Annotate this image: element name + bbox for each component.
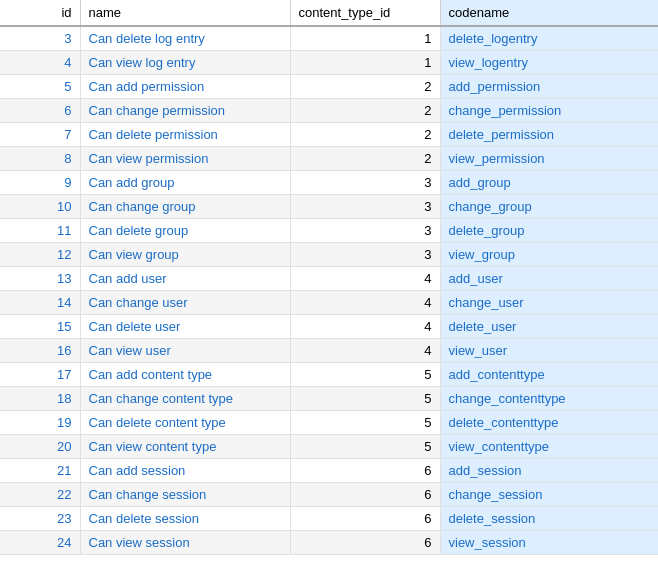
cell-content-type-id: 2	[290, 123, 440, 147]
table-row: 15Can delete user4delete_user	[0, 315, 658, 339]
table-row: 16Can view user4view_user	[0, 339, 658, 363]
cell-content-type-id: 6	[290, 507, 440, 531]
cell-codename: change_contenttype	[440, 387, 658, 411]
cell-content-type-id: 4	[290, 291, 440, 315]
cell-content-type-id: 5	[290, 435, 440, 459]
cell-name: Can view content type	[80, 435, 290, 459]
cell-id: 9	[0, 171, 80, 195]
cell-id: 21	[0, 459, 80, 483]
cell-id: 18	[0, 387, 80, 411]
cell-codename: delete_contenttype	[440, 411, 658, 435]
cell-codename: view_contenttype	[440, 435, 658, 459]
cell-codename: view_session	[440, 531, 658, 555]
cell-name: Can view permission	[80, 147, 290, 171]
cell-id: 5	[0, 75, 80, 99]
cell-codename: add_group	[440, 171, 658, 195]
cell-id: 22	[0, 483, 80, 507]
cell-name: Can add content type	[80, 363, 290, 387]
cell-content-type-id: 1	[290, 26, 440, 51]
header-name[interactable]: name	[80, 0, 290, 26]
cell-codename: delete_session	[440, 507, 658, 531]
cell-codename: add_contenttype	[440, 363, 658, 387]
table-row: 5Can add permission2add_permission	[0, 75, 658, 99]
table-header-row: id name content_type_id codename	[0, 0, 658, 26]
cell-name: Can change group	[80, 195, 290, 219]
cell-codename: change_user	[440, 291, 658, 315]
cell-codename: add_permission	[440, 75, 658, 99]
cell-content-type-id: 5	[290, 363, 440, 387]
cell-id: 20	[0, 435, 80, 459]
cell-content-type-id: 5	[290, 387, 440, 411]
cell-id: 16	[0, 339, 80, 363]
header-content-type-id[interactable]: content_type_id	[290, 0, 440, 26]
cell-codename: delete_group	[440, 219, 658, 243]
cell-codename: add_user	[440, 267, 658, 291]
cell-codename: view_user	[440, 339, 658, 363]
table-row: 19Can delete content type5delete_content…	[0, 411, 658, 435]
cell-name: Can change user	[80, 291, 290, 315]
table-row: 6Can change permission2change_permission	[0, 99, 658, 123]
table-row: 14Can change user4change_user	[0, 291, 658, 315]
cell-id: 6	[0, 99, 80, 123]
cell-name: Can change session	[80, 483, 290, 507]
header-id[interactable]: id	[0, 0, 80, 26]
cell-content-type-id: 2	[290, 147, 440, 171]
table-row: 9Can add group3add_group	[0, 171, 658, 195]
cell-id: 7	[0, 123, 80, 147]
cell-name: Can delete content type	[80, 411, 290, 435]
cell-codename: view_logentry	[440, 51, 658, 75]
cell-name: Can delete session	[80, 507, 290, 531]
cell-codename: delete_permission	[440, 123, 658, 147]
cell-codename: change_permission	[440, 99, 658, 123]
cell-content-type-id: 4	[290, 339, 440, 363]
cell-content-type-id: 3	[290, 219, 440, 243]
table-row: 7Can delete permission2delete_permission	[0, 123, 658, 147]
cell-content-type-id: 1	[290, 51, 440, 75]
cell-id: 23	[0, 507, 80, 531]
cell-id: 10	[0, 195, 80, 219]
table-row: 24Can view session6view_session	[0, 531, 658, 555]
table-row: 17Can add content type5add_contenttype	[0, 363, 658, 387]
table-row: 21Can add session6add_session	[0, 459, 658, 483]
cell-id: 4	[0, 51, 80, 75]
table-body: 3Can delete log entry1delete_logentry4Ca…	[0, 26, 658, 555]
cell-id: 8	[0, 147, 80, 171]
cell-id: 17	[0, 363, 80, 387]
cell-codename: delete_user	[440, 315, 658, 339]
table-row: 20Can view content type5view_contenttype	[0, 435, 658, 459]
cell-codename: change_session	[440, 483, 658, 507]
table-row: 8Can view permission2view_permission	[0, 147, 658, 171]
cell-name: Can delete log entry	[80, 26, 290, 51]
cell-codename: change_group	[440, 195, 658, 219]
cell-content-type-id: 6	[290, 531, 440, 555]
table-row: 10Can change group3change_group	[0, 195, 658, 219]
cell-content-type-id: 3	[290, 171, 440, 195]
table-row: 12Can view group3view_group	[0, 243, 658, 267]
header-codename[interactable]: codename	[440, 0, 658, 26]
cell-content-type-id: 3	[290, 243, 440, 267]
table-row: 18Can change content type​5change_conten…	[0, 387, 658, 411]
cell-name: Can view log entry	[80, 51, 290, 75]
table-row: 3Can delete log entry1delete_logentry	[0, 26, 658, 51]
cell-id: 3	[0, 26, 80, 51]
cell-name: Can change content type​	[80, 387, 290, 411]
cell-name: Can view session	[80, 531, 290, 555]
table-row: 22Can change session6change_session	[0, 483, 658, 507]
cell-id: 24	[0, 531, 80, 555]
cell-name: Can add permission	[80, 75, 290, 99]
cell-content-type-id: 4	[290, 267, 440, 291]
cell-content-type-id: 2	[290, 99, 440, 123]
cell-id: 13	[0, 267, 80, 291]
cell-content-type-id: 4	[290, 315, 440, 339]
cell-codename: add_session	[440, 459, 658, 483]
table-row: 13Can add user4add_user	[0, 267, 658, 291]
cell-content-type-id: 3	[290, 195, 440, 219]
cell-name: Can delete permission	[80, 123, 290, 147]
cell-codename: view_group	[440, 243, 658, 267]
table-row: 23Can delete session6delete_session	[0, 507, 658, 531]
cell-codename: delete_logentry	[440, 26, 658, 51]
cell-name: Can add user	[80, 267, 290, 291]
cell-id: 19	[0, 411, 80, 435]
cell-name: Can add session	[80, 459, 290, 483]
cell-name: Can view user	[80, 339, 290, 363]
